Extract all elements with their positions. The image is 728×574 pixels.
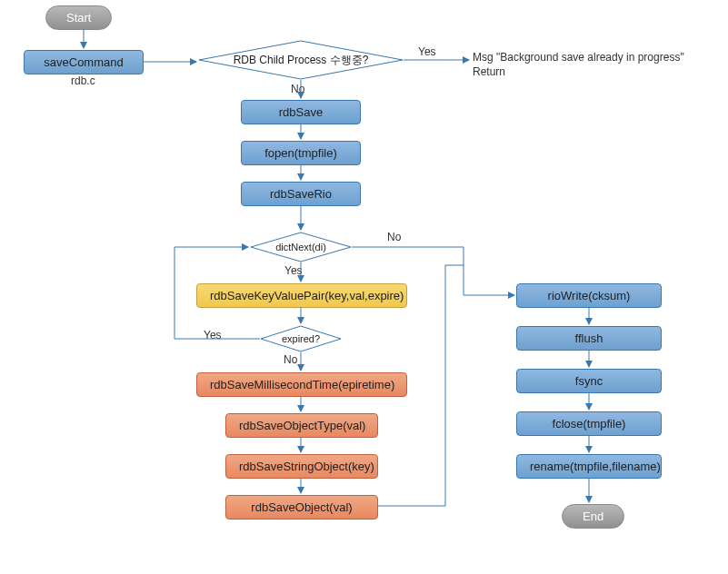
savecommand-note: rdb.c — [71, 74, 95, 87]
fclose-node: fclose(tmpfile) — [516, 411, 662, 436]
rdbsavestrobj-node: rdbSaveStringObject(key) — [225, 454, 378, 479]
rdbsavems-node: rdbSaveMillisecondTime(epiretime) — [196, 372, 407, 397]
end-node: End — [562, 504, 624, 529]
decision-dictnext-text: dictNext(di) — [275, 242, 326, 252]
rdbsavekvp-node: rdbSaveKeyValuePair(key,val,expire) — [196, 283, 407, 308]
decision-expired-text: expired? — [282, 333, 320, 344]
decision-expired: expired? — [260, 325, 342, 352]
label-yes-2: Yes — [284, 264, 303, 277]
rdbsaverio-node: rdbSaveRio — [241, 182, 361, 206]
msg-bg-save-1: Msg "Background save already in progress… — [473, 51, 684, 64]
rename-node: rename(tmpfile,filename) — [516, 454, 662, 479]
rdbsave-node: rdbSave — [241, 100, 361, 124]
label-no-2: No — [387, 231, 401, 243]
label-no-1: No — [291, 83, 304, 95]
savecommand-node: saveCommand — [24, 50, 144, 74]
label-yes-3: Yes — [204, 329, 222, 341]
label-no-3: No — [284, 353, 297, 366]
decision-rdb-child-text: RDB Child Process 수행중? — [234, 53, 369, 68]
rdbsaveobj-node: rdbSaveObject(val) — [225, 495, 378, 520]
msg-bg-save-2: Return — [473, 65, 505, 78]
fopen-node: fopen(tmpfile) — [241, 141, 361, 165]
fsync-node: fsync — [516, 369, 662, 393]
rdbsaveobjtype-node: rdbSaveObjectType(val) — [225, 413, 378, 438]
fflush-node: fflush — [516, 326, 662, 351]
riowrite-node: rioWrite(cksum) — [516, 283, 662, 308]
decision-rdb-child: RDB Child Process 수행중? — [198, 40, 404, 80]
label-yes-1: Yes — [418, 45, 436, 58]
decision-dictnext: dictNext(di) — [250, 232, 352, 262]
start-node: Start — [45, 5, 112, 30]
